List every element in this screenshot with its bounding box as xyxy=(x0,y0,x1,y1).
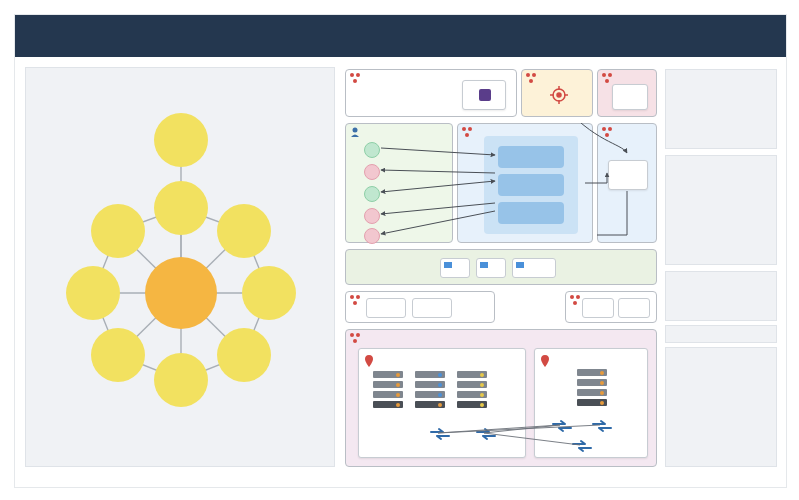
svg-point-34 xyxy=(468,127,472,131)
slot xyxy=(412,298,452,318)
svg-point-51 xyxy=(356,333,360,337)
dot-pink xyxy=(364,228,380,244)
molecule-icon xyxy=(462,127,472,137)
svg-point-18 xyxy=(356,73,360,77)
network-radial-panel xyxy=(25,67,335,467)
row2-left-box xyxy=(345,123,453,243)
tab-card xyxy=(440,258,470,278)
svg-point-17 xyxy=(350,73,354,77)
tab-accent-icon xyxy=(444,262,452,268)
molecule-icon xyxy=(570,295,580,305)
svg-point-29 xyxy=(602,73,606,77)
svg-point-44 xyxy=(350,295,354,299)
blue-block xyxy=(498,146,564,168)
svg-point-15 xyxy=(66,266,120,320)
slot xyxy=(618,298,650,318)
molecule-icon xyxy=(602,73,612,83)
server-stack xyxy=(373,371,403,411)
svg-point-21 xyxy=(532,73,536,77)
tab-card xyxy=(476,258,506,278)
tab-card xyxy=(512,258,556,278)
pin-icon xyxy=(541,353,549,365)
svg-point-36 xyxy=(602,127,606,131)
svg-point-31 xyxy=(605,79,609,83)
molecule-icon xyxy=(350,333,360,343)
slot xyxy=(366,298,406,318)
pin-icon xyxy=(365,353,373,365)
row1-box-a xyxy=(345,69,517,117)
cluster-a xyxy=(358,348,526,458)
link-icon xyxy=(591,419,613,433)
svg-point-10 xyxy=(217,204,271,258)
row4-left xyxy=(345,291,495,323)
person-icon xyxy=(350,127,360,137)
blue-block xyxy=(498,174,564,196)
row2-middle-box xyxy=(457,123,593,243)
row1c-inner xyxy=(612,84,648,110)
svg-point-19 xyxy=(353,79,357,83)
dot-green xyxy=(364,186,380,202)
target-icon xyxy=(550,86,568,108)
link-icon xyxy=(475,427,497,441)
row1-box-c xyxy=(597,69,657,117)
dot-pink xyxy=(364,208,380,224)
svg-point-16 xyxy=(91,204,145,258)
link-icon xyxy=(571,439,593,453)
svg-point-22 xyxy=(529,79,533,83)
tab-accent-icon xyxy=(516,262,524,268)
svg-point-24 xyxy=(557,93,561,97)
server-stack xyxy=(577,369,607,409)
slot xyxy=(582,298,614,318)
dot-pink xyxy=(364,164,380,180)
row2-right-inner xyxy=(608,160,648,190)
svg-point-30 xyxy=(608,73,612,77)
row4-right xyxy=(565,291,657,323)
svg-point-48 xyxy=(576,295,580,299)
svg-point-46 xyxy=(353,301,357,305)
side-card xyxy=(665,155,777,265)
svg-point-49 xyxy=(573,301,577,305)
molecule-icon xyxy=(526,73,536,83)
center-node xyxy=(145,257,217,329)
svg-point-50 xyxy=(350,333,354,337)
svg-point-9 xyxy=(154,181,208,235)
blue-block xyxy=(498,202,564,224)
side-card xyxy=(665,347,777,467)
row3-bar xyxy=(345,249,657,285)
middle-inner-panel xyxy=(484,136,578,234)
molecule-icon xyxy=(350,295,360,305)
molecule-icon xyxy=(602,127,612,137)
svg-point-32 xyxy=(353,128,358,133)
svg-point-11 xyxy=(242,266,296,320)
svg-point-52 xyxy=(353,339,357,343)
svg-point-33 xyxy=(462,127,466,131)
app-frame xyxy=(14,14,787,488)
molecule-icon xyxy=(350,73,360,83)
top-bar xyxy=(15,15,786,57)
svg-point-45 xyxy=(356,295,360,299)
svg-point-12 xyxy=(217,328,271,382)
server-stack xyxy=(457,371,487,411)
cluster-b xyxy=(534,348,648,458)
svg-point-20 xyxy=(526,73,530,77)
svg-point-37 xyxy=(608,127,612,131)
row1-box-b xyxy=(521,69,593,117)
side-card xyxy=(665,69,777,149)
link-icon xyxy=(551,419,573,433)
svg-point-14 xyxy=(91,328,145,382)
side-card xyxy=(665,271,777,321)
side-card xyxy=(665,325,777,343)
svg-point-35 xyxy=(465,133,469,137)
svg-point-13 xyxy=(154,353,208,407)
user-badge-icon xyxy=(479,89,491,101)
dot-green xyxy=(364,142,380,158)
svg-point-47 xyxy=(570,295,574,299)
radial-network-svg xyxy=(26,68,336,468)
svg-point-38 xyxy=(605,133,609,137)
server-stack xyxy=(415,371,445,411)
link-icon xyxy=(429,427,451,441)
tab-accent-icon xyxy=(480,262,488,268)
row1-inner-card xyxy=(462,80,506,110)
row5-box xyxy=(345,329,657,467)
row2-right-box xyxy=(597,123,657,243)
